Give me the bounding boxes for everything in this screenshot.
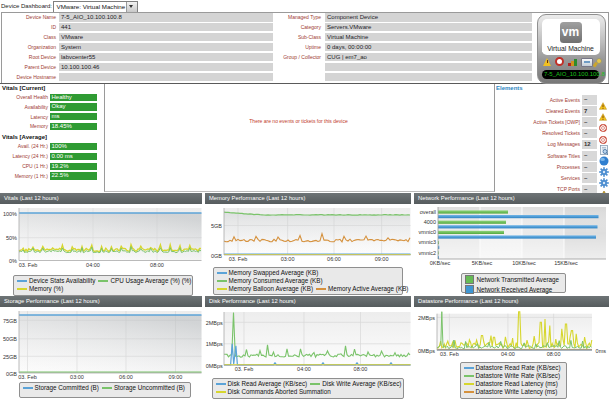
svg-text:0ms: 0ms <box>596 348 607 354</box>
svg-text:5GB: 5GB <box>211 223 222 229</box>
svg-text:0GB: 0GB <box>6 371 17 377</box>
svg-text:vmnic3: vmnic3 <box>419 239 436 245</box>
svg-text:25GB: 25GB <box>3 354 17 360</box>
svg-text:0GB: 0GB <box>211 253 222 259</box>
svg-text:0%: 0% <box>9 258 17 264</box>
svg-text:08:00: 08:00 <box>354 366 368 372</box>
svg-text:vmnic0: vmnic0 <box>419 229 436 235</box>
svg-text:03. Feb: 03. Feb <box>235 366 254 372</box>
svg-text:2MBps: 2MBps <box>418 315 435 321</box>
svg-text:04:00: 04:00 <box>501 351 515 357</box>
svg-text:04:00: 04:00 <box>297 366 311 372</box>
svg-text:75GB: 75GB <box>3 318 17 324</box>
svg-text:overall: overall <box>420 209 436 215</box>
svg-text:08:00: 08:00 <box>547 351 561 357</box>
svg-text:03. Feb: 03. Feb <box>18 374 37 380</box>
svg-text:09:00: 09:00 <box>169 374 183 380</box>
svg-text:15KB/sec: 15KB/sec <box>554 260 578 266</box>
svg-text:03. Feb: 03. Feb <box>19 262 38 268</box>
svg-text:100%: 100% <box>3 211 17 217</box>
svg-text:2MBps: 2MBps <box>206 320 223 326</box>
svg-text:06:00: 06:00 <box>119 374 133 380</box>
svg-text:50%: 50% <box>6 235 17 241</box>
svg-text:0MBps: 0MBps <box>418 348 435 354</box>
svg-text:08:00: 08:00 <box>150 262 164 268</box>
svg-text:10KB/sec: 10KB/sec <box>512 260 536 266</box>
svg-text:5KB/sec: 5KB/sec <box>472 260 493 266</box>
svg-text:0KB/sec: 0KB/sec <box>430 260 451 266</box>
svg-text:06:00: 06:00 <box>327 256 341 262</box>
svg-text:4000: 4000 <box>424 219 436 225</box>
svg-text:vmnic2: vmnic2 <box>419 250 436 256</box>
svg-text:03. Feb: 03. Feb <box>440 351 459 357</box>
svg-text:03:00: 03:00 <box>70 374 84 380</box>
svg-text:0MBps: 0MBps <box>206 363 223 369</box>
svg-text:04:00: 04:00 <box>86 262 100 268</box>
svg-text:1MBps: 1MBps <box>206 341 223 347</box>
svg-text:03. Feb: 03. Feb <box>229 256 248 262</box>
svg-text:09:00: 09:00 <box>375 256 389 262</box>
svg-text:03:00: 03:00 <box>281 256 295 262</box>
svg-text:50GB: 50GB <box>3 336 17 342</box>
